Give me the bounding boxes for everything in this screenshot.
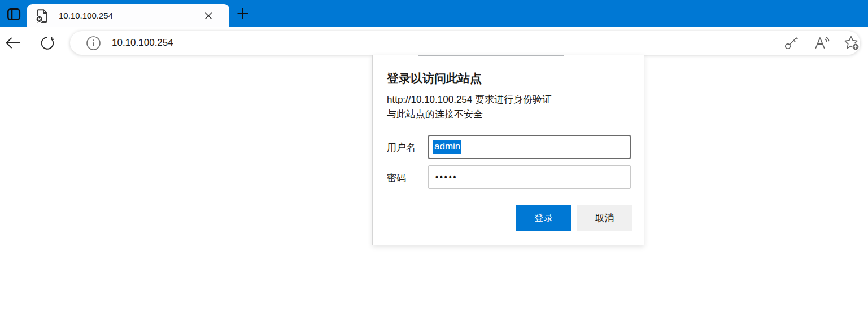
close-icon [204, 11, 213, 20]
key-icon [783, 35, 799, 51]
read-aloud-button[interactable] [813, 34, 830, 51]
dialog-message: http://10.10.100.254 要求进行身份验证 与此站点的连接不安全 [387, 93, 552, 122]
site-info-button[interactable] [85, 35, 101, 51]
username-label: 用户名 [387, 141, 416, 154]
password-input[interactable]: ••••• [428, 165, 631, 189]
dialog-title: 登录以访问此站点 [387, 71, 482, 86]
http-auth-dialog: 登录以访问此站点 http://10.10.100.254 要求进行身份验证 与… [372, 55, 644, 245]
back-arrow-icon [4, 34, 22, 52]
refresh-button[interactable] [37, 33, 56, 52]
dialog-message-line1: http://10.10.100.254 要求进行身份验证 [387, 93, 552, 107]
navigation-toolbar: 10.10.100.254 [0, 27, 868, 59]
page-error-icon [35, 8, 49, 23]
username-input[interactable]: admin [428, 135, 631, 159]
titlebar: 10.10.100.254 [0, 0, 868, 27]
read-aloud-icon [813, 35, 830, 51]
tab-actions-icon [6, 7, 21, 22]
dialog-message-line2: 与此站点的连接不安全 [387, 107, 552, 122]
signin-button[interactable]: 登录 [516, 205, 571, 231]
browser-tab[interactable]: 10.10.100.254 [27, 4, 229, 27]
address-bar[interactable]: 10.10.100.254 [70, 31, 860, 55]
username-value-selected: admin [433, 140, 461, 154]
browser-window: 10.10.100.254 [0, 0, 868, 330]
tab-title: 10.10.100.254 [59, 4, 113, 27]
info-icon [86, 36, 101, 51]
tab-actions-button[interactable] [5, 5, 23, 23]
refresh-icon [38, 34, 56, 52]
cancel-button[interactable]: 取消 [577, 205, 632, 231]
new-tab-button[interactable] [234, 5, 252, 23]
password-manager-button[interactable] [783, 34, 800, 51]
url-text: 10.10.100.254 [112, 31, 173, 55]
password-masked-value: ••••• [435, 173, 458, 182]
favorites-button[interactable] [843, 34, 860, 51]
favorites-star-add-icon [843, 34, 860, 51]
tab-close-button[interactable] [202, 10, 215, 22]
back-button[interactable] [3, 33, 23, 52]
dialog-top-strip [418, 55, 564, 56]
password-label: 密码 [387, 171, 406, 184]
plus-icon [237, 7, 249, 20]
